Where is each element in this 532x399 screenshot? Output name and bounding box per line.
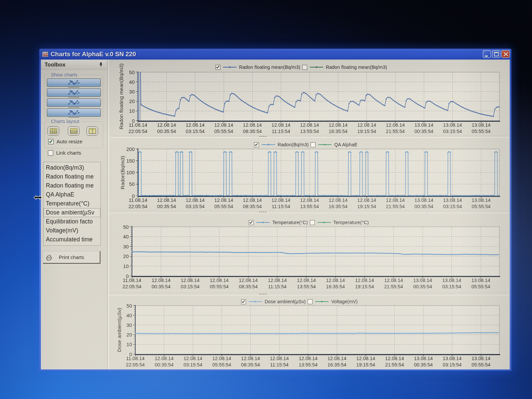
x-tick-time-label: 03:15:54 — [442, 284, 461, 289]
photographed-desktop: {"window":{"title":"Charts for AlphaE v.… — [0, 0, 532, 399]
chart-splitter-3[interactable] — [110, 293, 509, 295]
y-tick-label: 40 — [129, 79, 135, 85]
show-chart-button-1[interactable] — [47, 78, 101, 87]
chart-button-caption — [68, 117, 79, 118]
y-tick-label: 20 — [123, 253, 129, 259]
x-tick-time-label: 00:35:54 — [157, 204, 176, 209]
list-item[interactable]: Dose ambient(µSv — [44, 208, 100, 217]
legend-line-sample — [315, 300, 329, 304]
x-tick-date-label: 12.08.14 — [384, 278, 403, 283]
line-chart-icon — [67, 80, 80, 85]
legend-checkbox[interactable] — [311, 142, 316, 147]
legend-label: Radon floating mean(Bq/m3) — [239, 65, 300, 70]
x-tick-time-label: 05:55:54 — [472, 204, 491, 209]
x-tick-date-label: 13.08.14 — [443, 198, 462, 203]
show-chart-button-4[interactable] — [47, 108, 101, 117]
legend-item: Temperature(°C) — [310, 220, 369, 225]
x-tick-time-label: 00:35:54 — [415, 204, 434, 209]
layout-columns-button[interactable] — [86, 126, 98, 136]
legend-label: Voltage(mV) — [331, 299, 357, 304]
x-tick-time-label: 22:05:54 — [123, 284, 142, 289]
link-charts-box — [48, 150, 53, 156]
x-tick-time-label: 00:35:54 — [413, 284, 432, 289]
x-tick-time-label: 03:15:54 — [186, 204, 205, 209]
x-tick-date-label: 12.08.14 — [297, 278, 316, 283]
x-tick-time-label: 21:55:54 — [384, 284, 403, 289]
chart-button-caption — [68, 87, 79, 88]
auto-resize-checkbox[interactable]: Auto resize — [48, 139, 82, 145]
x-tick-date-label: 13.08.14 — [443, 356, 462, 361]
legend-line-sample — [317, 220, 331, 224]
list-item[interactable]: Accumulated time — [44, 235, 100, 244]
x-tick-time-label: 22:05:54 — [129, 129, 148, 134]
show-chart-button-3[interactable] — [47, 98, 101, 107]
link-charts-checkbox[interactable]: Link charts — [48, 150, 81, 156]
legend-checkbox[interactable] — [302, 65, 307, 70]
chart-panel-1: 0102030405011.08.1422:05:5412.08.1400:35… — [110, 62, 509, 135]
legend-checkbox[interactable] — [310, 220, 315, 225]
list-item[interactable]: Radon floating me — [44, 181, 100, 190]
window-title: Charts for AlphaE v.0 SN 220 — [51, 51, 136, 58]
series-listbox[interactable]: Radon(Bq/m3)Radon floating meRadon float… — [43, 162, 101, 246]
columns-layout-icon — [89, 128, 96, 134]
y-tick-label: 50 — [123, 224, 129, 230]
list-item[interactable]: QA AlphaE — [44, 190, 100, 199]
x-tick-date-label: 12.08.14 — [326, 278, 345, 283]
x-tick-date-label: 12.08.14 — [300, 198, 319, 203]
list-item[interactable]: Radon(Bq/m3) — [44, 163, 100, 172]
x-tick-date-label: 13.08.14 — [471, 356, 490, 361]
auto-resize-label: Auto resize — [57, 139, 82, 145]
close-button[interactable] — [501, 50, 510, 58]
legend-checkbox[interactable] — [254, 142, 259, 147]
x-tick-date-label: 12.08.14 — [355, 278, 374, 283]
x-tick-time-label: 13:55:54 — [297, 284, 316, 289]
x-tick-date-label: 13.08.14 — [415, 198, 434, 203]
y-tick-label: 150 — [126, 158, 135, 164]
maximize-button[interactable] — [492, 50, 500, 58]
chart-splitter-1[interactable] — [110, 135, 509, 138]
x-tick-date-label: 12.08.14 — [157, 122, 176, 128]
minimize-button[interactable] — [483, 50, 491, 58]
x-tick-time-label: 11:15:54 — [272, 204, 290, 209]
list-item[interactable]: Temperature(°C) — [44, 199, 100, 208]
x-tick-date-label: 12.08.14 — [386, 122, 405, 128]
x-tick-date-label: 12.08.14 — [385, 356, 404, 361]
y-tick-label: 10 — [126, 341, 132, 347]
list-item[interactable]: Radon floating me — [44, 172, 100, 181]
x-tick-date-label: 12.08.14 — [243, 122, 262, 128]
legend-checkbox[interactable] — [215, 65, 220, 70]
print-charts-button[interactable]: Print charts — [43, 251, 100, 264]
x-tick-time-label: 19:15:54 — [357, 129, 376, 134]
x-tick-time-label: 03:15:54 — [184, 362, 202, 367]
chart-splitter-2[interactable] — [110, 211, 509, 213]
legend-checkbox[interactable] — [308, 299, 313, 304]
chart-legend-1: Radon floating mean(Bq/m3) Radon floatin… — [215, 64, 389, 70]
pushpin-icon[interactable] — [99, 62, 103, 67]
legend-checkbox[interactable] — [249, 220, 254, 225]
layout-grid-button[interactable] — [48, 126, 59, 136]
list-item[interactable]: Voltage(mV) — [44, 226, 100, 235]
show-chart-button-2[interactable] — [47, 88, 101, 97]
legend-checkbox[interactable] — [241, 299, 246, 304]
line-chart-icon — [67, 110, 80, 115]
x-tick-date-label: 13.08.14 — [471, 278, 490, 283]
chart-button-caption — [68, 97, 79, 98]
x-tick-date-label: 12.08.14 — [357, 198, 376, 203]
x-tick-time-label: 13:55:54 — [299, 362, 318, 367]
x-tick-date-label: 13.08.14 — [472, 198, 491, 203]
y-tick-label: 20 — [126, 332, 132, 337]
titlebar[interactable]: Charts for AlphaE v.0 SN 220 — [39, 49, 511, 60]
y-tick-label: 40 — [126, 313, 132, 318]
x-tick-time-label: 19:15:54 — [356, 362, 375, 367]
x-tick-date-label: 12.08.14 — [272, 122, 291, 128]
x-tick-time-label: 13:55:54 — [300, 129, 319, 134]
close-icon — [502, 51, 510, 58]
list-item[interactable]: Equilibration facto — [44, 217, 100, 226]
x-tick-date-label: 12.08.14 — [212, 356, 231, 361]
legend-label: Temperature(°C) — [272, 220, 308, 225]
x-tick-time-label: 08:35:54 — [241, 362, 260, 367]
printer-icon — [46, 254, 53, 261]
legend-line-sample — [318, 143, 332, 147]
layout-rows-button[interactable] — [68, 126, 79, 136]
chart-legend-2: Radon(Bq/m3) QA AlphaE — [254, 142, 359, 148]
